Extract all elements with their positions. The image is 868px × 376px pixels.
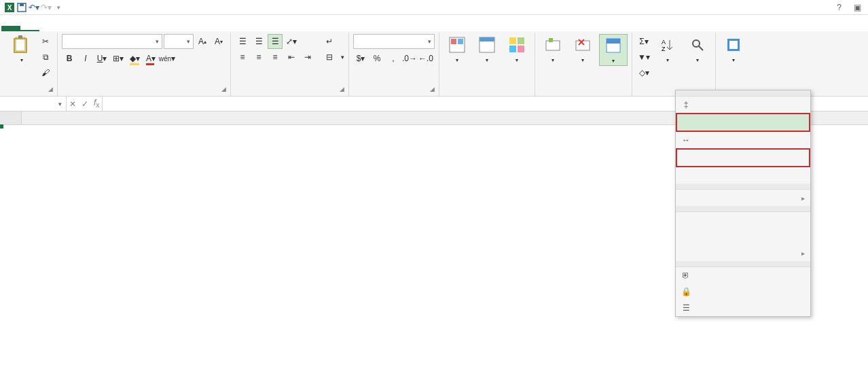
quick-access-toolbar: X ↶▾ ↷▾ ▾ [0, 2, 68, 13]
tab-review[interactable] [115, 26, 134, 31]
name-box[interactable]: ▾ [0, 97, 67, 111]
menu-autofit-col[interactable] [676, 148, 810, 167]
align-top-button[interactable]: ☰ [235, 34, 250, 49]
menu-autofit-row[interactable] [676, 113, 810, 132]
save-icon[interactable] [16, 2, 27, 13]
grow-font-button[interactable]: A▴ [195, 34, 210, 49]
group-cells: ▾ ▾ ▾ [535, 33, 632, 96]
tab-data[interactable] [96, 26, 115, 31]
percent-button[interactable]: % [369, 51, 384, 66]
dialog-launcher-icon[interactable]: ◢ [48, 86, 53, 92]
ribbon-options-icon[interactable]: ▣ [854, 3, 861, 12]
number-format-combo[interactable]: ▾ [353, 34, 435, 49]
redo-icon[interactable]: ↷▾ [41, 2, 52, 13]
align-middle-button[interactable]: ☰ [251, 34, 266, 49]
orientation-button[interactable]: ⤢▾ [284, 34, 299, 49]
menu-default-width[interactable] [676, 167, 810, 184]
menu-protect-sheet[interactable]: ⛨ [676, 267, 810, 284]
shrink-font-button[interactable]: A▾ [211, 34, 226, 49]
format-cells-button[interactable]: ▾ [599, 34, 628, 66]
enter-icon[interactable]: ✓ [82, 99, 88, 109]
menu-header-visibility [676, 184, 810, 190]
underline-button[interactable]: U▾ [94, 51, 109, 66]
delete-cells-button[interactable]: ▾ [569, 34, 596, 65]
merge-center-button[interactable]: ⊟▾ [322, 50, 344, 65]
group-label-cells [539, 91, 628, 95]
align-right-button[interactable]: ≡ [268, 50, 283, 65]
ribbon: ▾ ✂ ⧉ 🖌 ◢ ▾ ▾ A▴ A▾ B I U▾ ⊞▾ ◆▾ [0, 31, 868, 97]
format-cell-icon [604, 36, 623, 55]
insert-cells-button[interactable]: ▾ [539, 34, 566, 65]
sort-filter-button[interactable]: AZ▾ [654, 34, 681, 65]
tab-formulas[interactable] [77, 26, 96, 31]
indent-dec-button[interactable]: ⇤ [284, 50, 299, 65]
fill-button[interactable]: ▼▾ [636, 50, 651, 65]
conditional-format-button[interactable]: ▾ [444, 34, 471, 65]
italic-button[interactable]: I [78, 51, 93, 66]
tab-view[interactable] [134, 26, 153, 31]
font-color-button[interactable]: A▾ [143, 51, 158, 66]
menu-lock-cell[interactable]: 🔒 [676, 284, 810, 300]
help-icon[interactable]: ? [837, 3, 842, 12]
table-format-button[interactable]: ▾ [473, 34, 501, 65]
copy-button[interactable]: ⧉ [38, 50, 53, 65]
template-button[interactable]: ▾ [720, 34, 747, 65]
undo-icon[interactable]: ↶▾ [29, 2, 39, 13]
find-select-button[interactable]: ▾ [684, 34, 711, 65]
tab-baidu[interactable] [192, 26, 211, 31]
inc-decimal-button[interactable]: .0→ [402, 51, 417, 66]
group-label-clipboard: ◢ [8, 91, 53, 95]
format-painter-button[interactable]: 🖌 [38, 65, 53, 80]
menu-row-height[interactable]: ‡ [676, 97, 810, 113]
cancel-icon[interactable]: ✕ [69, 99, 76, 109]
wrap-text-button[interactable]: ↵ [322, 34, 344, 49]
group-alignment: ☰ ☰ ☰ ⤢▾ ≡ ≡ ≡ ⇤ ⇥ ↵ ⊟▾ ◢ [231, 33, 349, 96]
paste-button[interactable]: ▾ [8, 34, 35, 65]
border-button[interactable]: ⊞▾ [111, 51, 126, 66]
svg-rect-15 [518, 46, 524, 52]
tab-layout[interactable] [58, 26, 77, 31]
comma-button[interactable]: , [386, 51, 401, 66]
selection-outline [0, 125, 3, 128]
menu-col-width[interactable]: ↔ [676, 132, 810, 148]
group-label-number: ◢ [353, 91, 435, 95]
format-dropdown-menu: ‡ ↔ ▸ ▸ ⛨ 🔒 ☰ [675, 90, 811, 317]
fill-color-button[interactable]: ◆▾ [127, 51, 142, 66]
wrap-icon: ↵ [322, 34, 337, 49]
accounting-button[interactable]: $▾ [353, 51, 368, 66]
bold-button[interactable]: B [62, 51, 77, 66]
svg-text:X: X [7, 4, 12, 12]
menu-move-copy-sheet[interactable] [676, 228, 810, 245]
lock-icon: 🔒 [680, 286, 692, 298]
align-center-button[interactable]: ≡ [251, 50, 266, 65]
menu-rename-sheet[interactable] [676, 212, 810, 228]
group-label-styles [444, 91, 530, 95]
tab-pdf[interactable] [153, 26, 173, 31]
indent-inc-button[interactable]: ⇥ [300, 50, 315, 65]
fx-icon[interactable]: fx [94, 98, 99, 109]
menu-tab-color[interactable]: ▸ [676, 245, 810, 261]
phonetic-button[interactable]: wén▾ [160, 51, 175, 66]
cut-button[interactable]: ✂ [38, 34, 53, 49]
menu-header-protect [676, 261, 810, 267]
tab-template[interactable] [173, 26, 192, 31]
cell-styles-button[interactable]: ▾ [503, 34, 530, 65]
svg-rect-9 [458, 39, 463, 44]
svg-rect-18 [576, 41, 590, 50]
qat-more-icon[interactable]: ▾ [53, 2, 64, 13]
tab-insert[interactable] [39, 26, 58, 31]
tab-home[interactable] [20, 24, 39, 31]
align-left-button[interactable]: ≡ [235, 50, 250, 65]
dec-decimal-button[interactable]: ←.0 [418, 51, 433, 66]
menu-format-cells[interactable]: ☰ [676, 300, 810, 316]
menu-hide-unhide[interactable]: ▸ [676, 190, 810, 206]
select-all-corner[interactable] [0, 112, 22, 124]
align-bottom-button[interactable]: ☰ [268, 34, 283, 49]
clear-button[interactable]: ◇▾ [636, 65, 651, 80]
tab-file[interactable] [1, 26, 20, 31]
font-size-combo[interactable]: ▾ [164, 34, 194, 49]
svg-text:Z: Z [662, 46, 666, 52]
svg-rect-17 [549, 38, 553, 42]
autosum-button[interactable]: Σ▾ [636, 34, 651, 49]
font-name-combo[interactable]: ▾ [62, 34, 162, 49]
